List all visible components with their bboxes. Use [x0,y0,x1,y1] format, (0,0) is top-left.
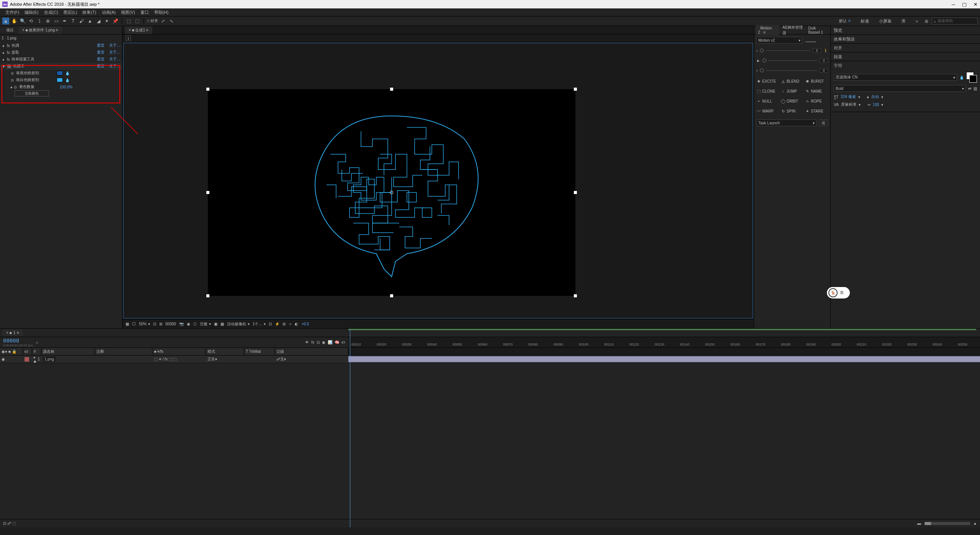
anchor-tool[interactable]: ⊕ [44,18,51,24]
eyedropper-icon[interactable]: 💧 [959,75,964,80]
btn-rope[interactable]: ∿ROPE [805,97,828,105]
layer-bar[interactable] [348,356,980,362]
btn-excite[interactable]: ✚EXCITE [756,77,779,85]
font-select[interactable]: 思源黑体 CN▾ [834,74,957,81]
motion-blur-icon[interactable]: ◉ [322,340,325,344]
btn-stare[interactable]: ✦STARE [805,107,828,115]
panel-effects-presets[interactable]: 效果和预设 [831,35,980,43]
workspace-default[interactable]: 默认 ≡ [836,18,853,24]
layer-row[interactable]: ◉ ▸ ■ 1 1.png ⬚ ✳ / fx ⬚ ⬚ 正常 ▾ ☍ 无 ▾ [0,356,980,363]
menu-edit[interactable]: 编辑(E) [22,9,41,16]
tab-effect-controls[interactable]: × ■ 效果控件 1.png ≡ [18,26,62,34]
time-ruler[interactable]: 0001000020000300004000050000600007000080… [348,337,980,347]
layer-name[interactable]: 1.png [43,357,56,362]
workspace-small[interactable]: 小屏幕 [876,18,895,25]
btn-spin[interactable]: ↻SPIN [781,107,804,115]
exposure-value[interactable]: +0.0 [301,322,309,326]
color-swatches[interactable] [966,72,977,83]
task-select[interactable]: Task Launch▾ [756,119,817,126]
world-axis-icon[interactable]: ⬚ [134,18,140,24]
stamp-tool[interactable]: ▲ [87,18,93,24]
rect-tool[interactable]: ▭ [53,18,60,24]
work-area[interactable] [348,329,976,330]
panel-character[interactable]: 字符 [831,61,980,70]
menu-composition[interactable]: 合成(C) [42,9,60,16]
camera-dropdown[interactable]: 活动摄像机 ▾ [227,321,250,327]
menu-help[interactable]: 帮助(H) [152,9,171,16]
brain-icon[interactable]: 🧠 [335,340,339,344]
res-icon[interactable]: ⊡ [153,322,156,326]
panel-paragraph[interactable]: 段落 [831,52,980,61]
ime-badge[interactable]: 🦌 英 [827,287,850,298]
tab-duik[interactable]: Duik Bassel.1 [806,25,830,36]
panel-preview[interactable]: 预览 [831,26,980,34]
pixel-icon[interactable]: ⊡ [269,322,272,326]
btn-clone[interactable]: ⬚CLONE [756,87,779,95]
menu-animation[interactable]: 动画(A) [100,9,118,16]
orbit-tool[interactable]: ⟲ [28,18,34,24]
help-search[interactable]: ⌕ 搜索帮助 [932,18,978,24]
snap-edge-icon[interactable]: ⤢ [160,18,167,24]
color-white-swatch[interactable] [57,78,63,82]
kerning-select[interactable]: 度量标准 [841,102,856,107]
minimize-button[interactable]: ─ [952,2,955,7]
alpha-icon[interactable]: ▦ [126,322,129,326]
comp-frame[interactable] [208,89,575,296]
roto-tool[interactable]: ✦ [103,18,110,24]
amount-value[interactable]: 100.0% [60,85,73,89]
snapshot-icon[interactable]: 📷 [179,322,184,326]
tag-icon[interactable]: 🏷 [341,340,345,344]
exposure-reset-icon[interactable]: ◐ [295,322,298,326]
monitor-icon[interactable]: 🖵 [132,322,136,326]
zoom-slider[interactable] [924,522,970,525]
puppet-tool[interactable]: 📌 [112,18,119,24]
panel-align[interactable]: 对齐 [831,44,980,52]
zoom-tool[interactable]: 🔍 [19,18,26,24]
fx-tint-2[interactable]: ▾fx 色调 2 重置 关于… [0,63,122,70]
tab-project[interactable]: 项目 [2,26,18,34]
swap-icon[interactable]: ⇄ [968,86,971,91]
fx-simple-choker[interactable]: ▸fx 简单阻塞工具 重置 关于… [0,56,122,63]
maximize-button[interactable]: ▢ [962,2,967,7]
btn-blend[interactable]: ◬BLEND [781,77,804,85]
workspace-grid-icon[interactable]: ⊞ [925,19,928,23]
roi-icon[interactable]: ▣ [214,322,217,326]
local-axis-icon[interactable]: ⬚ [125,18,132,24]
snap-center-icon[interactable]: ⤡ [168,18,175,24]
eyedropper-icon[interactable]: 💧 [65,78,70,82]
selection-tool[interactable]: ▲ [2,18,9,24]
playhead[interactable] [350,329,350,527]
menu-layer[interactable]: 图层(L) [61,9,79,16]
fast-preview-icon[interactable]: ⚡ [275,322,279,326]
pen-tool[interactable]: ✒ [61,18,68,24]
close-button[interactable]: ✕ [973,2,978,7]
timeline-icon[interactable]: ⊞ [283,322,286,326]
color-mgmt-icon[interactable]: ⬡ [193,322,197,326]
menu-view[interactable]: 视图(V) [119,9,137,16]
toggle-switches-icon[interactable]: ⊡ ☍ ⬚ [3,521,16,525]
menu-window[interactable]: 窗口 [138,9,151,16]
timeline-search-icon[interactable]: ⌕ [36,340,38,344]
btn-burst[interactable]: ✺BURST [805,77,828,85]
view-count[interactable]: 1个… ▾ [253,321,266,327]
btn-warp[interactable]: 〰WARP [756,107,779,115]
graph-icon[interactable]: 📊 [328,340,332,344]
transparency-icon[interactable]: ▦ [220,322,224,326]
motion-preset-select[interactable]: Motion v2▾ [756,37,802,44]
grid-icon[interactable]: ⊞ [159,322,162,326]
fx-icon[interactable]: fx [311,340,314,344]
btn-name[interactable]: ✎NAME [805,87,828,95]
tab-script-mgr[interactable]: AE脚本管理器 [780,24,805,37]
flowchart-icon[interactable]: ⊹ [289,322,292,326]
timecode[interactable]: 00000 [3,338,33,344]
swap-colors-button[interactable]: 交换颜色 [15,90,49,96]
workspace-standard[interactable]: 标准 [858,18,872,25]
color-black-swatch[interactable] [57,71,63,75]
snap-toggle[interactable]: □ 对齐 [147,18,158,24]
fx-tint[interactable]: ▸fx 色调 重置 关于… [0,42,122,49]
btn-jump[interactable]: ↕JUMP [781,87,804,95]
fx-reset[interactable]: 重置 [97,43,105,48]
fx-about[interactable]: 关于… [109,43,121,48]
rotate-tool[interactable]: ⤵ [36,18,43,24]
eyedropper-icon[interactable]: 💧 [65,71,70,75]
